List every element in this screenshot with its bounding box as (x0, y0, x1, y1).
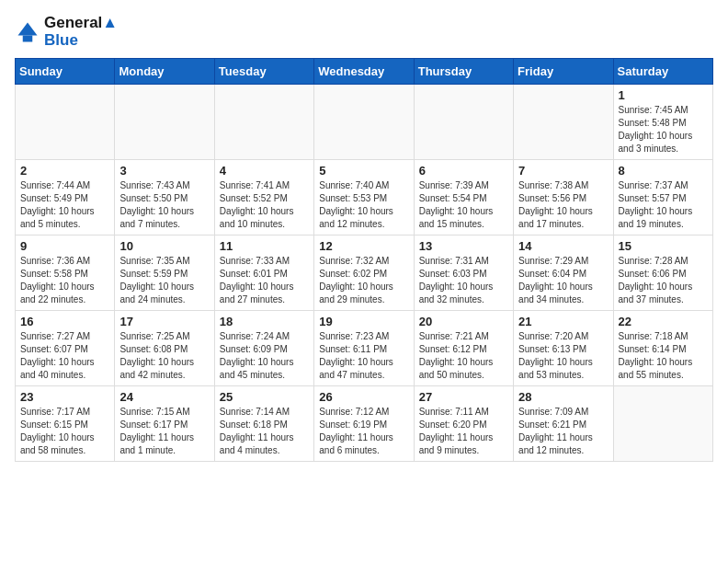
logo-text: General▲ Blue (44, 15, 118, 49)
day-number: 15 (619, 239, 708, 253)
day-of-week-header: Tuesday (214, 59, 313, 85)
calendar-cell: 9Sunrise: 7:36 AM Sunset: 5:58 PM Daylig… (16, 236, 115, 311)
calendar-cell: 18Sunrise: 7:24 AM Sunset: 6:09 PM Dayli… (214, 311, 313, 386)
day-info: Sunrise: 7:25 AM Sunset: 6:08 PM Dayligh… (119, 330, 209, 382)
calendar-cell (314, 85, 414, 160)
calendar-week-row: 1Sunrise: 7:45 AM Sunset: 5:48 PM Daylig… (16, 85, 713, 160)
calendar-cell: 5Sunrise: 7:40 AM Sunset: 5:53 PM Daylig… (314, 160, 414, 236)
day-info: Sunrise: 7:15 AM Sunset: 6:17 PM Dayligh… (119, 406, 209, 457)
day-info: Sunrise: 7:39 AM Sunset: 5:54 PM Dayligh… (419, 179, 508, 231)
day-number: 14 (518, 239, 608, 253)
day-number: 5 (319, 164, 408, 178)
calendar-cell (414, 85, 513, 160)
day-number: 7 (518, 164, 608, 178)
calendar-cell: 25Sunrise: 7:14 AM Sunset: 6:18 PM Dayli… (214, 386, 313, 462)
day-number: 22 (619, 315, 708, 328)
calendar-cell: 16Sunrise: 7:27 AM Sunset: 6:07 PM Dayli… (16, 311, 115, 386)
day-of-week-header: Wednesday (314, 59, 414, 85)
day-info: Sunrise: 7:38 AM Sunset: 5:56 PM Dayligh… (518, 179, 608, 231)
day-number: 27 (419, 390, 508, 404)
day-info: Sunrise: 7:40 AM Sunset: 5:53 PM Dayligh… (319, 179, 408, 231)
calendar-cell: 8Sunrise: 7:37 AM Sunset: 5:57 PM Daylig… (613, 160, 712, 236)
calendar-week-row: 23Sunrise: 7:17 AM Sunset: 6:15 PM Dayli… (16, 386, 713, 462)
logo: General▲ Blue (15, 15, 118, 49)
day-number: 3 (119, 164, 209, 178)
calendar-header-row: SundayMondayTuesdayWednesdayThursdayFrid… (16, 59, 713, 85)
calendar-table: SundayMondayTuesdayWednesdayThursdayFrid… (15, 58, 713, 462)
day-number: 6 (419, 164, 508, 178)
day-of-week-header: Saturday (613, 59, 712, 85)
calendar-cell: 24Sunrise: 7:15 AM Sunset: 6:17 PM Dayli… (115, 386, 214, 462)
day-number: 25 (220, 390, 309, 404)
calendar-cell: 13Sunrise: 7:31 AM Sunset: 6:03 PM Dayli… (414, 236, 513, 311)
day-info: Sunrise: 7:23 AM Sunset: 6:11 PM Dayligh… (319, 330, 408, 382)
day-info: Sunrise: 7:24 AM Sunset: 6:09 PM Dayligh… (220, 330, 309, 382)
day-info: Sunrise: 7:32 AM Sunset: 6:02 PM Dayligh… (319, 255, 408, 306)
calendar-cell (16, 85, 115, 160)
day-info: Sunrise: 7:09 AM Sunset: 6:21 PM Dayligh… (518, 406, 608, 457)
day-info: Sunrise: 7:28 AM Sunset: 6:06 PM Dayligh… (619, 255, 708, 306)
day-number: 26 (319, 390, 408, 404)
calendar-cell: 4Sunrise: 7:41 AM Sunset: 5:52 PM Daylig… (214, 160, 313, 236)
calendar-cell: 26Sunrise: 7:12 AM Sunset: 6:19 PM Dayli… (314, 386, 414, 462)
calendar-cell: 10Sunrise: 7:35 AM Sunset: 5:59 PM Dayli… (115, 236, 214, 311)
day-number: 11 (220, 239, 309, 253)
day-info: Sunrise: 7:31 AM Sunset: 6:03 PM Dayligh… (419, 255, 508, 306)
calendar-cell: 23Sunrise: 7:17 AM Sunset: 6:15 PM Dayli… (16, 386, 115, 462)
calendar-week-row: 2Sunrise: 7:44 AM Sunset: 5:49 PM Daylig… (16, 160, 713, 236)
calendar-cell: 12Sunrise: 7:32 AM Sunset: 6:02 PM Dayli… (314, 236, 414, 311)
day-number: 8 (619, 164, 708, 178)
day-info: Sunrise: 7:17 AM Sunset: 6:15 PM Dayligh… (20, 406, 109, 457)
day-number: 10 (119, 239, 209, 253)
page-header: General▲ Blue (15, 15, 713, 49)
day-info: Sunrise: 7:41 AM Sunset: 5:52 PM Dayligh… (220, 179, 309, 231)
calendar-cell: 20Sunrise: 7:21 AM Sunset: 6:12 PM Dayli… (414, 311, 513, 386)
day-info: Sunrise: 7:37 AM Sunset: 5:57 PM Dayligh… (619, 179, 708, 231)
calendar-cell: 1Sunrise: 7:45 AM Sunset: 5:48 PM Daylig… (613, 85, 712, 160)
calendar-cell: 27Sunrise: 7:11 AM Sunset: 6:20 PM Dayli… (414, 386, 513, 462)
calendar-cell (613, 386, 712, 462)
day-number: 28 (518, 390, 608, 404)
calendar-cell: 2Sunrise: 7:44 AM Sunset: 5:49 PM Daylig… (16, 160, 115, 236)
day-info: Sunrise: 7:12 AM Sunset: 6:19 PM Dayligh… (319, 406, 408, 457)
day-number: 12 (319, 239, 408, 253)
day-number: 17 (119, 315, 209, 328)
calendar-week-row: 9Sunrise: 7:36 AM Sunset: 5:58 PM Daylig… (16, 236, 713, 311)
day-of-week-header: Thursday (414, 59, 513, 85)
day-of-week-header: Sunday (16, 59, 115, 85)
calendar-cell (115, 85, 214, 160)
day-number: 9 (20, 239, 109, 253)
day-info: Sunrise: 7:11 AM Sunset: 6:20 PM Dayligh… (419, 406, 508, 457)
day-number: 2 (20, 164, 109, 178)
day-info: Sunrise: 7:33 AM Sunset: 6:01 PM Dayligh… (220, 255, 309, 306)
calendar-cell: 21Sunrise: 7:20 AM Sunset: 6:13 PM Dayli… (514, 311, 613, 386)
calendar-cell: 3Sunrise: 7:43 AM Sunset: 5:50 PM Daylig… (115, 160, 214, 236)
calendar-cell: 19Sunrise: 7:23 AM Sunset: 6:11 PM Dayli… (314, 311, 414, 386)
calendar-cell: 22Sunrise: 7:18 AM Sunset: 6:14 PM Dayli… (613, 311, 712, 386)
day-info: Sunrise: 7:14 AM Sunset: 6:18 PM Dayligh… (220, 406, 309, 457)
calendar-cell: 7Sunrise: 7:38 AM Sunset: 5:56 PM Daylig… (514, 160, 613, 236)
calendar-cell: 17Sunrise: 7:25 AM Sunset: 6:08 PM Dayli… (115, 311, 214, 386)
day-of-week-header: Friday (514, 59, 613, 85)
calendar-week-row: 16Sunrise: 7:27 AM Sunset: 6:07 PM Dayli… (16, 311, 713, 386)
day-of-week-header: Monday (115, 59, 214, 85)
day-info: Sunrise: 7:36 AM Sunset: 5:58 PM Dayligh… (20, 255, 109, 306)
calendar-cell (514, 85, 613, 160)
calendar-cell (214, 85, 313, 160)
day-info: Sunrise: 7:21 AM Sunset: 6:12 PM Dayligh… (419, 330, 508, 382)
day-info: Sunrise: 7:29 AM Sunset: 6:04 PM Dayligh… (518, 255, 608, 306)
day-info: Sunrise: 7:18 AM Sunset: 6:14 PM Dayligh… (619, 330, 708, 382)
calendar-cell: 11Sunrise: 7:33 AM Sunset: 6:01 PM Dayli… (214, 236, 313, 311)
day-info: Sunrise: 7:45 AM Sunset: 5:48 PM Dayligh… (619, 104, 708, 155)
calendar-cell: 6Sunrise: 7:39 AM Sunset: 5:54 PM Daylig… (414, 160, 513, 236)
day-number: 21 (518, 315, 608, 328)
day-number: 13 (419, 239, 508, 253)
day-info: Sunrise: 7:27 AM Sunset: 6:07 PM Dayligh… (20, 330, 109, 382)
calendar-cell: 14Sunrise: 7:29 AM Sunset: 6:04 PM Dayli… (514, 236, 613, 311)
day-number: 19 (319, 315, 408, 328)
calendar-cell: 15Sunrise: 7:28 AM Sunset: 6:06 PM Dayli… (613, 236, 712, 311)
day-number: 23 (20, 390, 109, 404)
day-number: 18 (220, 315, 309, 328)
day-number: 1 (619, 88, 708, 102)
svg-rect-2 (23, 35, 33, 41)
